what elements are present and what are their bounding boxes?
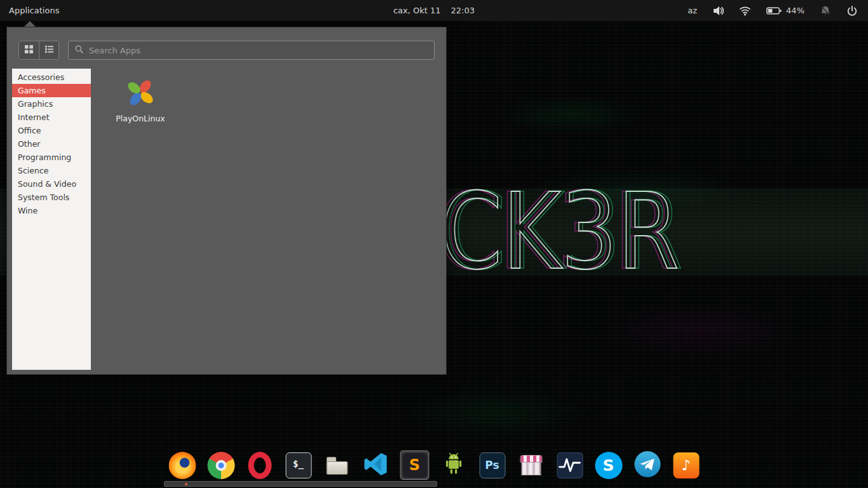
app-label: PlayOnLinux [107, 114, 173, 123]
android-studio-launcher[interactable] [439, 451, 468, 480]
android-studio-icon [440, 451, 467, 480]
app-playonlinux[interactable]: PlayOnLinux [107, 78, 173, 123]
search-input[interactable] [89, 46, 428, 55]
app-grid: PlayOnLinux [102, 69, 441, 370]
dock: $_ S Ps [168, 451, 701, 480]
skype-launcher[interactable]: S [594, 451, 623, 480]
battery-indicator[interactable]: 44% [766, 6, 804, 15]
sidebar-item-office[interactable]: Office [12, 124, 91, 137]
sidebar-item-science[interactable]: Science [12, 164, 91, 177]
clock-date: cax, Okt 11 [393, 6, 441, 15]
software-store-icon [518, 452, 544, 478]
photoshop-launcher[interactable]: Ps [478, 451, 507, 480]
chrome-icon [207, 452, 234, 479]
applications-menu-popup: AccessoriesGamesGraphicsInternetOfficeOt… [6, 27, 447, 375]
sidebar-item-other[interactable]: Other [12, 137, 91, 151]
list-view-button[interactable] [39, 41, 58, 59]
clock[interactable]: cax, Okt 11 22:03 [393, 6, 475, 15]
battery-percent-label: 44% [786, 6, 804, 15]
vscode-launcher[interactable] [362, 451, 391, 480]
sidebar-item-internet[interactable]: Internet [12, 111, 91, 124]
terminal-icon: $_ [285, 452, 311, 478]
grid-view-icon [24, 44, 34, 56]
list-view-icon [44, 44, 54, 56]
volume-icon[interactable] [712, 5, 724, 17]
top-panel: Applications cax, Okt 11 22:03 az 44% [0, 0, 868, 21]
menu-arrow [24, 21, 36, 27]
svg-text:CK3R: CK3R [444, 183, 683, 293]
vscode-icon [362, 451, 390, 480]
music-player-launcher[interactable]: ♪ [672, 451, 701, 480]
menu-topbar [18, 41, 435, 60]
music-player-icon: ♪ [673, 452, 699, 478]
sidebar-item-games[interactable]: Games [12, 84, 91, 97]
notifications-muted-icon[interactable] [820, 5, 831, 17]
terminal-launcher[interactable]: $_ [284, 451, 313, 480]
activity-monitor-launcher[interactable] [555, 451, 585, 480]
sidebar-item-accessories[interactable]: Accessories [12, 71, 91, 84]
keyboard-layout-indicator[interactable]: az [688, 6, 697, 15]
search-icon [74, 44, 84, 57]
firefox-launcher[interactable] [168, 451, 197, 480]
telegram-icon [634, 451, 661, 480]
activity-monitor-icon [557, 452, 583, 478]
grid-view-button[interactable] [19, 41, 39, 59]
sublime-text-icon: S [402, 452, 428, 478]
chrome-launcher[interactable] [207, 451, 236, 480]
system-tray: az 44% [688, 5, 868, 17]
file-manager-icon [323, 452, 351, 478]
sidebar-item-system-tools[interactable]: System Tools [12, 191, 91, 204]
playonlinux-icon [125, 78, 156, 108]
search-box[interactable] [68, 41, 435, 60]
file-manager-launcher[interactable] [323, 451, 352, 480]
view-toggle-group [18, 41, 59, 60]
sidebar-item-programming[interactable]: Programming [12, 151, 91, 164]
clock-time: 22:03 [451, 6, 475, 15]
svg-text:CK3R: CK3R [440, 183, 679, 293]
photoshop-icon: Ps [479, 452, 505, 478]
category-list: AccessoriesGamesGraphicsInternetOfficeOt… [12, 69, 91, 370]
opera-launcher[interactable] [245, 451, 275, 480]
applications-menu-button[interactable]: Applications [0, 0, 68, 21]
sidebar-item-sound-video[interactable]: Sound & Video [12, 177, 91, 191]
window-indicator-dot [185, 483, 187, 485]
wifi-icon[interactable] [739, 5, 751, 16]
firefox-icon [168, 452, 196, 479]
power-icon[interactable] [846, 5, 858, 17]
skype-icon: S [595, 452, 622, 479]
telegram-launcher[interactable] [633, 451, 662, 480]
sublime-text-launcher[interactable]: S [400, 451, 430, 480]
software-store-launcher[interactable] [517, 451, 546, 480]
battery-fill [768, 9, 773, 13]
sidebar-item-graphics[interactable]: Graphics [12, 97, 91, 111]
opera-icon [248, 452, 271, 479]
sidebar-item-wine[interactable]: Wine [12, 204, 91, 217]
wallpaper-glitch-text: CK3R CK3R CK3R [412, 183, 768, 297]
dock-shelf [164, 481, 437, 487]
svg-text:CK3R: CK3R [437, 183, 675, 293]
